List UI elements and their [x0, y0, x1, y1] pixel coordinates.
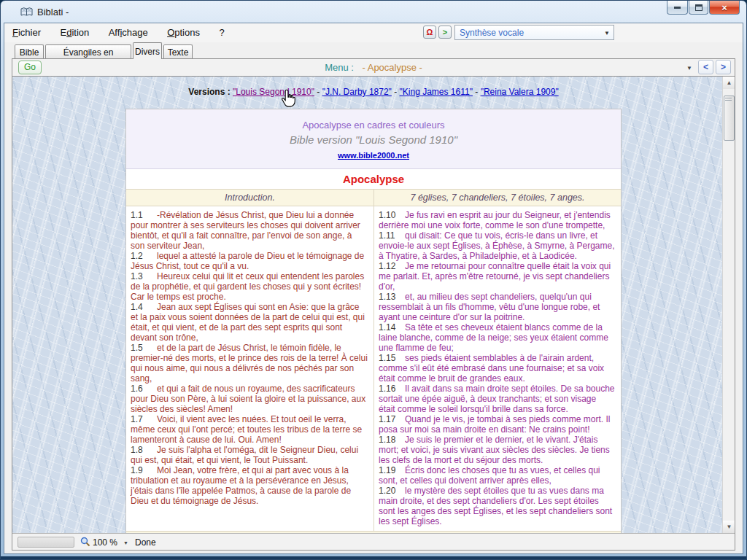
tab-texte[interactable]: Texte — [163, 44, 193, 58]
menu-combobox[interactable]: Menu : - Apocalypse - — [12, 62, 735, 73]
zoom-chevron-down-icon[interactable]: ▼ — [123, 540, 128, 545]
verse-number: 1.17 — [379, 414, 405, 424]
verse-text: Sa tête et ses cheveux étaient blancs co… — [379, 322, 608, 353]
scrollbar-grip — [725, 96, 732, 101]
minimize-icon — [674, 7, 681, 9]
zoom-magnifier-icon[interactable] — [80, 537, 90, 547]
verse-number: 1.3 — [131, 271, 157, 281]
scroll-up-icon[interactable]: ▲ — [723, 77, 735, 89]
link-king-james[interactable]: "King James 1611" — [400, 87, 473, 97]
verse-text: Heureux celui qui lit et ceux qui entend… — [131, 271, 364, 302]
verse-number: 1.7 — [131, 414, 157, 424]
menu-fichier[interactable]: Fichier — [4, 23, 49, 41]
verse-number: 1.10 — [379, 210, 405, 220]
bible2000-link[interactable]: www.bible2000.net — [338, 151, 409, 160]
verse-text: Je suis le premier et le dernier, et le … — [379, 435, 610, 465]
scroll-down-icon[interactable]: ▼ — [723, 521, 735, 533]
chevron-down-icon[interactable]: ▼ — [604, 30, 610, 36]
maximize-icon — [695, 4, 703, 11]
verse-row: 1.16Il avait dans sa main droite sept ét… — [379, 384, 615, 414]
zoom-level[interactable]: 100 % — [93, 537, 117, 548]
browser-content[interactable]: Versions : "Louis Segond 1910" - "J.N. D… — [12, 76, 735, 534]
progress-placeholder — [18, 537, 74, 548]
close-button[interactable]: × — [709, 1, 740, 15]
verse-row: 1.18Je suis le premier et le dernier, et… — [379, 435, 615, 465]
verse-row: 1.12Je me retournai pour connaître quell… — [379, 261, 615, 292]
verse-number: 1.13 — [379, 292, 405, 302]
stop-speech-button[interactable]: Ω — [423, 26, 436, 39]
maximize-button[interactable] — [689, 1, 708, 15]
verse-number: 1.9 — [131, 465, 157, 475]
verse-number: 1.15 — [379, 353, 405, 363]
verse-number: 1.1 — [131, 210, 157, 220]
verse-number: 1.5 — [131, 343, 157, 353]
verse-number: 1.6 — [131, 384, 157, 394]
tab-bible[interactable]: Bible — [15, 44, 44, 58]
title-bar[interactable]: Biblati - × — [1, 1, 746, 23]
status-bar: 100 % ▼ Done — [12, 534, 735, 550]
client-area: Fichier Edition Affichage Options ? Ω > … — [4, 23, 743, 554]
link-darby[interactable]: "J.N. Darby 1872" — [322, 87, 392, 97]
verse-text: -Révélation de Jésus Christ, que Dieu lu… — [131, 210, 360, 251]
verse-text: ses pieds étaient semblables à de l'aira… — [379, 353, 604, 384]
verse-text: Moi Jean, votre frère, et qui ai part av… — [131, 465, 351, 506]
close-icon: × — [721, 3, 727, 12]
previous-button[interactable]: < — [698, 60, 713, 74]
scrollbar-thumb[interactable] — [724, 96, 735, 141]
speech-toolbar: Ω > Synthèse vocale ▼ ▲▼ Volume: 100 ▲▼ … — [423, 25, 744, 41]
verse-row: 1.7Voici, il vient avec les nuées. Et to… — [131, 414, 368, 445]
ephesus-section-header: 1re lettre à Éphèse. — [126, 531, 621, 534]
verse-row: 1.1-Révélation de Jésus Christ, que Dieu… — [131, 210, 368, 251]
play-speech-button[interactable]: > — [438, 26, 452, 39]
menu-edition[interactable]: Edition — [52, 23, 97, 41]
verse-number: 1.18 — [379, 435, 405, 445]
verse-text: Je suis l'alpha et l'oméga, dit le Seign… — [131, 445, 358, 465]
churches-column-header: 7 églises, 7 chandeliers, 7 étoiles, 7 a… — [374, 190, 621, 206]
verse-row: 1.3Heureux celui qui lit et ceux qui ent… — [131, 271, 368, 302]
verse-text: et qui a fait de nous un royaume, des sa… — [131, 384, 365, 414]
verse-row: 1.15ses pieds étaient semblables à de l'… — [379, 353, 615, 384]
link-louis-segond[interactable]: "Louis Segond 1910" — [233, 87, 314, 97]
verse-text: Écris donc les choses que tu as vues, et… — [379, 465, 600, 486]
verse-text: et de la part de Jésus Christ, le témoin… — [131, 343, 368, 384]
divers-tab-page: Go Menu : - Apocalypse - ▼ < > Versions … — [12, 58, 735, 551]
verse-text: Voici, il vient avec les nuées. Et tout … — [131, 414, 362, 445]
verse-text: Jean aux sept Églises qui sont en Asie: … — [131, 302, 365, 343]
verse-row: 1.2lequel a attesté la parole de Dieu et… — [131, 251, 368, 271]
menu-combobox-label: Menu : — [325, 62, 354, 73]
app-window: Biblati - × Fichier Edition Affichage Op… — [0, 0, 747, 560]
versions-line: Versions : "Louis Segond 1910" - "J.N. D… — [12, 87, 735, 97]
link-reina-valera[interactable]: "Reina Valera 1909" — [481, 87, 559, 97]
churches-column: 1.10Je fus ravi en esprit au jour du Sei… — [374, 206, 621, 531]
minimize-button[interactable] — [667, 1, 688, 15]
menu-affichage[interactable]: Affichage — [101, 23, 156, 41]
verse-number: 1.12 — [379, 261, 405, 271]
navigation-row: Go Menu : - Apocalypse - ▼ < > — [12, 59, 735, 76]
status-message: Done — [135, 537, 156, 548]
document-title: Apocalypse en cadres et couleurs — [126, 120, 621, 131]
tab-strip: Bible Évangiles en parallèle Divers Text… — [4, 42, 743, 58]
menu-options[interactable]: Options — [159, 23, 208, 41]
verse-row: 1.5et de la part de Jésus Christ, le tém… — [131, 343, 368, 384]
verse-row: 1.14Sa tête et ses cheveux étaient blanc… — [379, 322, 615, 353]
menu-help[interactable]: ? — [211, 23, 232, 41]
next-button[interactable]: > — [716, 60, 731, 74]
versions-label: Versions : — [188, 87, 230, 97]
menu-combobox-value: - Apocalypse - — [363, 62, 422, 73]
vertical-scrollbar[interactable]: ▲ ▼ — [722, 77, 735, 533]
tab-divers[interactable]: Divers — [133, 42, 162, 59]
speech-mode-combobox[interactable]: Synthèse vocale ▼ — [454, 25, 614, 40]
verse-text: Il avait dans sa main droite sept étoile… — [379, 384, 615, 414]
verse-row: 1.10Je fus ravi en esprit au jour du Sei… — [379, 210, 615, 230]
verse-row: 1.17Quand je le vis, je tombai à ses pie… — [379, 414, 615, 435]
verse-text: et, au milieu des sept chandeliers, quel… — [379, 292, 600, 322]
document-header: Apocalypse en cadres et couleurs Bible v… — [126, 109, 621, 169]
tab-evangiles[interactable]: Évangiles en parallèle — [45, 44, 131, 58]
verse-row: 1.19Écris donc les choses que tu as vues… — [379, 465, 615, 486]
speech-mode-value: Synthèse vocale — [460, 28, 524, 38]
menu-chevron-down-icon[interactable]: ▼ — [686, 65, 692, 71]
verse-text: Quand je le vis, je tombai à ses pieds c… — [379, 414, 610, 435]
document: Apocalypse en cadres et couleurs Bible v… — [125, 109, 622, 534]
verse-number: 1.14 — [379, 322, 405, 332]
verse-text: qui disait: Ce que tu vois, écris-le dan… — [379, 230, 615, 261]
